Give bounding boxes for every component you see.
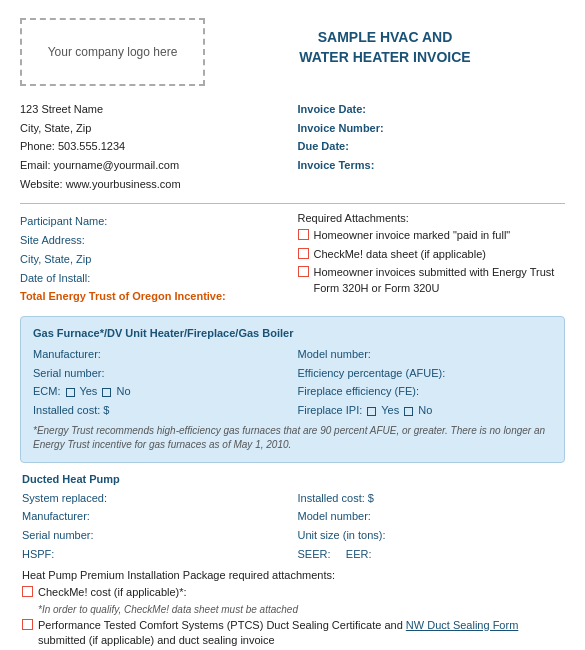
invoice-terms-label: Invoice Terms: bbox=[298, 156, 566, 175]
gf-manufacturer: Manufacturer: bbox=[33, 345, 288, 364]
dhp-cost: Installed cost: $ bbox=[298, 489, 564, 508]
attachment-item-2: CheckMe! data sheet (if applicable) bbox=[298, 247, 566, 262]
dhp-hspf: HSPF: bbox=[22, 545, 288, 564]
participant-incentive: Total Energy Trust of Oregon Incentive: bbox=[20, 287, 288, 306]
gas-furnace-title: Gas Furnace*/DV Unit Heater/Fireplace/Ga… bbox=[33, 327, 552, 339]
gf-model: Model number: bbox=[298, 345, 553, 364]
participant-info: Participant Name: Site Address: City, St… bbox=[20, 212, 288, 305]
gf-serial: Serial number: bbox=[33, 364, 288, 383]
logo-text: Your company logo here bbox=[48, 45, 178, 59]
gas-furnace-section: Gas Furnace*/DV Unit Heater/Fireplace/Ga… bbox=[20, 316, 565, 463]
gas-furnace-fields: Manufacturer: Serial number: ECM: Yes No… bbox=[33, 345, 552, 420]
ipi-no-checkbox[interactable] bbox=[404, 407, 413, 416]
ipi-yes-checkbox[interactable] bbox=[367, 407, 376, 416]
company-phone: Phone: 503.555.1234 bbox=[20, 137, 288, 156]
gas-furnace-note: *Energy Trust recommends high-efficiency… bbox=[33, 424, 552, 452]
checkme-item: CheckMe! cost (if applicable)*: bbox=[22, 585, 563, 600]
participant-name: Participant Name: bbox=[20, 212, 288, 231]
heat-pump-attachments-label: Heat Pump Premium Installation Package r… bbox=[22, 569, 563, 581]
dhp-system-replaced: System replaced: bbox=[22, 489, 288, 508]
company-city: City, State, Zip bbox=[20, 119, 288, 138]
checkbox-1[interactable] bbox=[298, 229, 309, 240]
checkme-sub-note: *In order to qualify, CheckMe! data shee… bbox=[38, 604, 563, 615]
title-area: SAMPLE HVAC AND WATER HEATER INVOICE bbox=[205, 18, 565, 67]
checkme-text: CheckMe! cost (if applicable)*: bbox=[38, 585, 187, 600]
gf-ecm: ECM: Yes No bbox=[33, 382, 288, 401]
company-invoice-section: 123 Street Name City, State, Zip Phone: … bbox=[20, 100, 565, 193]
gas-furnace-right: Model number: Efficiency percentage (AFU… bbox=[298, 345, 553, 420]
company-website: Website: www.yourbusiness.com bbox=[20, 175, 288, 194]
company-address: 123 Street Name bbox=[20, 100, 288, 119]
company-email: Email: yourname@yourmail.com bbox=[20, 156, 288, 175]
participant-attachments-section: Participant Name: Site Address: City, St… bbox=[20, 212, 565, 305]
attachments-label: Required Attachments: bbox=[298, 212, 566, 224]
dhp-manufacturer: Manufacturer: bbox=[22, 507, 288, 526]
gf-cost: Installed cost: $ bbox=[33, 401, 288, 420]
participant-city: City, State, Zip bbox=[20, 250, 288, 269]
header-row: Your company logo here SAMPLE HVAC AND W… bbox=[20, 18, 565, 86]
ptcs-text: Performance Tested Comfort Systems (PTCS… bbox=[38, 618, 563, 649]
gf-afue: Efficiency percentage (AFUE): bbox=[298, 364, 553, 383]
invoice-title: SAMPLE HVAC AND WATER HEATER INVOICE bbox=[205, 28, 565, 67]
checkme-checkbox[interactable] bbox=[22, 586, 33, 597]
divider1 bbox=[20, 203, 565, 204]
ecm-no-checkbox[interactable] bbox=[102, 388, 111, 397]
attachment-text-1: Homeowner invoice marked "paid in full" bbox=[314, 228, 511, 243]
checkbox-3[interactable] bbox=[298, 266, 309, 277]
gf-fe: Fireplace efficiency (FE): bbox=[298, 382, 553, 401]
invoice-number-label: Invoice Number: bbox=[298, 119, 566, 138]
company-info: 123 Street Name City, State, Zip Phone: … bbox=[20, 100, 288, 193]
dhp-model: Model number: bbox=[298, 507, 564, 526]
gas-furnace-left: Manufacturer: Serial number: ECM: Yes No… bbox=[33, 345, 288, 420]
gf-ipi: Fireplace IPI: Yes No bbox=[298, 401, 553, 420]
logo-placeholder: Your company logo here bbox=[20, 18, 205, 86]
attachment-text-2: CheckMe! data sheet (if applicable) bbox=[314, 247, 486, 262]
ducted-title: Ducted Heat Pump bbox=[22, 473, 563, 485]
participant-install: Date of Install: bbox=[20, 269, 288, 288]
ducted-fields: System replaced: Manufacturer: Serial nu… bbox=[22, 489, 563, 564]
checkbox-2[interactable] bbox=[298, 248, 309, 259]
attachment-item-3: Homeowner invoices submitted with Energy… bbox=[298, 265, 566, 296]
dhp-seer-eer: SEER: EER: bbox=[298, 545, 564, 564]
ecm-yes-checkbox[interactable] bbox=[66, 388, 75, 397]
invoice-date-label: Invoice Date: bbox=[298, 100, 566, 119]
ducted-heat-pump-section: Ducted Heat Pump System replaced: Manufa… bbox=[20, 473, 565, 649]
participant-site: Site Address: bbox=[20, 231, 288, 250]
dhp-serial: Serial number: bbox=[22, 526, 288, 545]
title-line1: SAMPLE HVAC AND bbox=[318, 29, 453, 45]
ptcs-checkbox[interactable] bbox=[22, 619, 33, 630]
invoice-info: Invoice Date: Invoice Number: Due Date: … bbox=[298, 100, 566, 193]
attachment-text-3: Homeowner invoices submitted with Energy… bbox=[314, 265, 566, 296]
ducted-left: System replaced: Manufacturer: Serial nu… bbox=[22, 489, 288, 564]
invoice-due-label: Due Date: bbox=[298, 137, 566, 156]
ducted-right: Installed cost: $ Model number: Unit siz… bbox=[298, 489, 564, 564]
dhp-unit-size: Unit size (in tons): bbox=[298, 526, 564, 545]
required-attachments: Required Attachments: Homeowner invoice … bbox=[298, 212, 566, 305]
ptcs-item: Performance Tested Comfort Systems (PTCS… bbox=[22, 618, 563, 649]
attachment-item-1: Homeowner invoice marked "paid in full" bbox=[298, 228, 566, 243]
title-line2: WATER HEATER INVOICE bbox=[299, 49, 470, 65]
